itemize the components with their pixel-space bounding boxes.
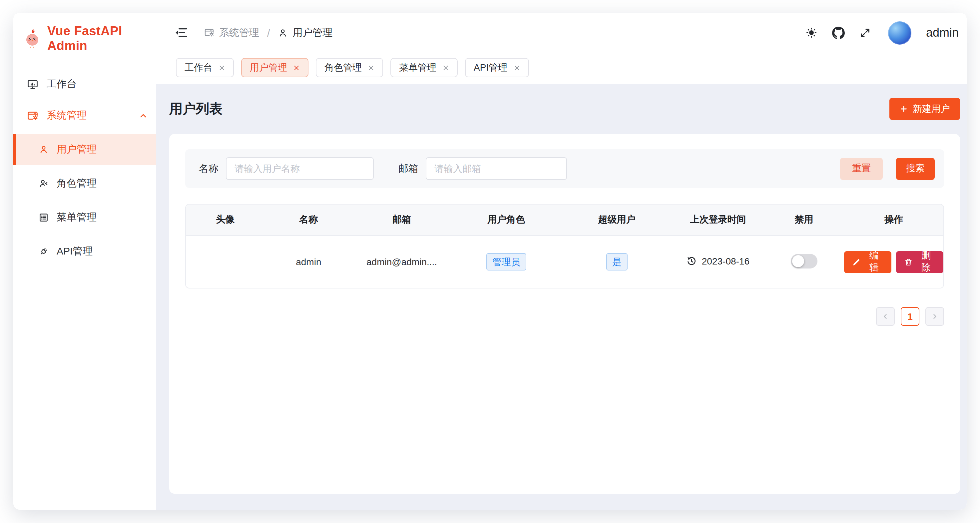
fullscreen-icon[interactable] [859,27,871,38]
breadcrumb-item-users[interactable]: 用户管理 [278,26,332,39]
main-area: 系统管理 / 用户管理 [156,13,967,510]
sidebar-item-workbench[interactable]: 工作台 [13,68,156,100]
table-header-row: 头像 名称 邮箱 用户角色 超级用户 上次登录时间 禁用 操作 [186,205,943,236]
cell-name: admin [264,256,352,267]
breadcrumb-item-system[interactable]: 系统管理 [204,26,259,39]
reset-button[interactable]: 重置 [840,157,883,180]
column-header-email: 邮箱 [352,214,451,226]
pencil-icon [852,258,861,266]
email-filter-input[interactable] [426,157,567,180]
pagination-prev-button[interactable] [876,307,895,326]
new-user-button[interactable]: 新建用户 [889,98,960,120]
role-users-icon [39,178,49,189]
superuser-tag: 是 [606,253,628,271]
delete-button-label: 删除 [917,250,935,274]
column-header-disabled: 禁用 [764,214,844,226]
close-icon[interactable] [513,64,520,71]
sidebar-collapse-icon[interactable] [175,26,188,39]
app-title: Vue FastAPI Admin [47,24,156,53]
username[interactable]: admin [926,25,959,40]
topbar-actions: admin [805,21,959,44]
tab-user-management[interactable]: 用户管理 [241,58,309,77]
breadcrumb-separator: / [267,27,270,38]
history-clock-icon [687,256,697,266]
column-header-last-login: 上次登录时间 [672,214,764,226]
system-settings-icon [27,110,39,122]
sidebar-item-role-management[interactable]: 角色管理 [13,168,156,199]
close-icon[interactable] [368,64,374,71]
trash-icon [904,258,913,266]
tab-role-management[interactable]: 角色管理 [316,58,383,77]
user-avatar[interactable] [888,21,912,44]
filter-bar: 名称 邮箱 重置 搜索 [185,149,944,188]
sidebar-item-label: 菜单管理 [57,211,97,224]
new-user-button-label: 新建用户 [913,103,950,115]
search-button[interactable]: 搜索 [896,157,935,180]
close-icon[interactable] [218,64,225,71]
sidebar-item-user-management[interactable]: 用户管理 [13,134,156,165]
edit-button[interactable]: 编辑 [844,251,891,273]
pagination: 1 [185,307,944,326]
app-window: Vue FastAPI Admin 工作台 [13,13,967,510]
sidebar-item-label: 工作台 [47,78,76,91]
tab-api-management[interactable]: API管理 [465,58,529,77]
sidebar-item-api-management[interactable]: API管理 [13,236,156,267]
column-header-superuser: 超级用户 [562,214,672,226]
tab-menu-management[interactable]: 菜单管理 [390,58,458,77]
breadcrumb: 系统管理 / 用户管理 [204,26,332,39]
cell-actions: 编辑 [844,251,943,273]
tab-label: API管理 [474,62,508,74]
column-header-name: 名称 [264,214,352,226]
users-table: 头像 名称 邮箱 用户角色 超级用户 上次登录时间 禁用 操作 admin ad… [185,204,944,288]
tab-label: 菜单管理 [399,62,436,74]
sidebar-item-label: 系统管理 [47,109,87,122]
sidebar-item-system[interactable]: 系统管理 [13,100,156,131]
user-icon [278,28,288,38]
page-title: 用户列表 [169,100,223,118]
app-logo: Vue FastAPI Admin [13,13,156,65]
tab-label: 用户管理 [250,62,287,74]
content-area: 用户列表 新建用户 名称 邮箱 重置 搜索 [156,84,967,510]
role-tag: 管理员 [486,253,526,271]
name-filter-input[interactable] [226,157,374,180]
column-header-actions: 操作 [844,214,943,226]
sidebar-item-label: API管理 [57,245,92,258]
theme-toggle-icon[interactable] [805,27,818,39]
disabled-toggle[interactable] [791,253,817,268]
table-row: admin admin@admin.... 管理员 是 [186,236,943,288]
chevron-up-icon [138,111,148,120]
cell-superuser: 是 [562,253,672,271]
delete-button[interactable]: 删除 [896,251,943,273]
topbar: 系统管理 / 用户管理 [156,13,967,52]
plus-icon [899,105,908,113]
pagination-page-1[interactable]: 1 [901,307,920,326]
monitor-icon [27,78,39,90]
tabbar: 工作台 用户管理 角色管理 菜单管理 [156,52,967,84]
cell-disabled [764,253,844,270]
github-icon[interactable] [832,26,845,39]
close-icon[interactable] [442,64,449,71]
edit-button-label: 编辑 [865,250,883,274]
breadcrumb-label: 系统管理 [219,26,259,39]
close-icon[interactable] [293,64,300,71]
page-header: 用户列表 新建用户 [169,84,960,134]
tab-label: 角色管理 [325,62,362,74]
tab-label: 工作台 [185,62,213,74]
sidebar-item-menu-management[interactable]: 菜单管理 [13,202,156,233]
menu-list-icon [39,213,49,223]
name-filter-label: 名称 [199,162,218,175]
sidebar-item-label: 角色管理 [57,177,97,190]
cell-last-login: 2023-08-16 [672,256,764,268]
chicken-logo-icon [23,29,41,49]
column-header-avatar: 头像 [186,214,264,226]
email-filter-label: 邮箱 [398,162,418,175]
sidebar-item-label: 用户管理 [57,143,97,156]
api-plug-icon [39,246,49,256]
column-header-role: 用户角色 [451,214,562,226]
pagination-next-button[interactable] [925,307,944,326]
system-settings-icon [204,27,215,38]
sidebar: Vue FastAPI Admin 工作台 [13,13,156,510]
user-list-card: 名称 邮箱 重置 搜索 头像 名称 邮箱 用户角色 [169,134,960,494]
tab-workbench[interactable]: 工作台 [176,58,234,77]
cell-email: admin@admin.... [352,256,451,267]
